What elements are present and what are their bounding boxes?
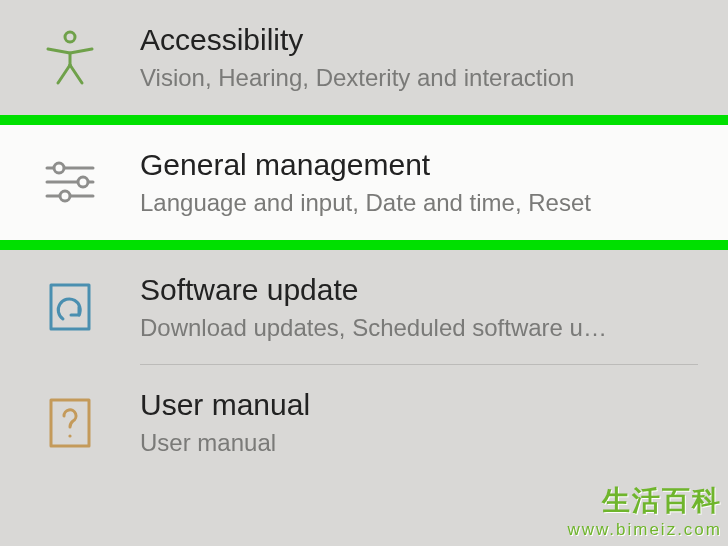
settings-item-subtitle: User manual [140,429,708,458]
settings-item-user-manual[interactable]: User manual User manual [0,365,728,480]
settings-item-title: Accessibility [140,22,708,58]
settings-item-subtitle: Download updates, Scheduled software u… [140,314,708,343]
settings-item-text: Accessibility Vision, Hearing, Dexterity… [140,22,728,93]
settings-item-accessibility[interactable]: Accessibility Vision, Hearing, Dexterity… [0,0,728,115]
accessibility-icon [0,29,140,85]
settings-item-title: User manual [140,387,708,423]
highlight-box: General management Language and input, D… [0,115,728,250]
settings-list: Accessibility Vision, Hearing, Dexterity… [0,0,728,480]
settings-item-text: General management Language and input, D… [140,147,728,218]
svg-point-0 [65,32,75,42]
settings-item-title: General management [140,147,708,183]
sliders-icon [0,160,140,204]
settings-item-title: Software update [140,272,708,308]
settings-item-subtitle: Language and input, Date and time, Reset [140,189,708,218]
settings-item-software-update[interactable]: Software update Download updates, Schedu… [0,250,728,365]
settings-item-text: User manual User manual [140,387,728,458]
svg-point-4 [78,177,88,187]
watermark-title: 生活百科 [567,482,722,520]
svg-point-9 [68,434,71,437]
svg-point-6 [60,191,70,201]
svg-point-2 [54,163,64,173]
watermark-url: www.bimeiz.com [567,520,722,540]
watermark: 生活百科 www.bimeiz.com [567,482,722,540]
settings-item-general-management[interactable]: General management Language and input, D… [0,125,728,240]
update-icon [0,281,140,333]
manual-icon [0,396,140,450]
settings-item-subtitle: Vision, Hearing, Dexterity and interacti… [140,64,708,93]
settings-item-text: Software update Download updates, Schedu… [140,272,728,343]
svg-rect-7 [51,285,89,329]
